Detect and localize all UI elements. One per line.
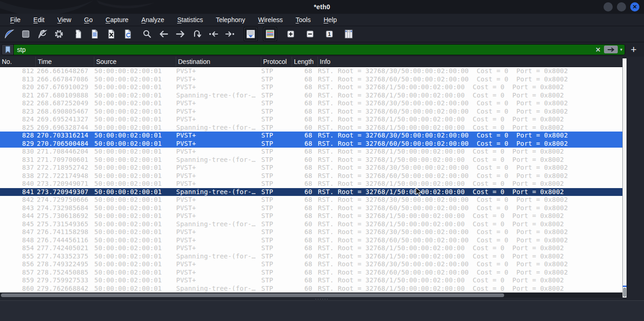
cell-protocol[interactable]: STP bbox=[261, 115, 292, 124]
cell-length[interactable]: 68 bbox=[292, 276, 315, 285]
cell-time[interactable]: 271.708446204 bbox=[36, 148, 94, 156]
cell-destination[interactable]: PVST+ bbox=[176, 67, 261, 75]
cell-time[interactable]: 279.762668842 bbox=[36, 285, 94, 293]
cell-source[interactable]: 50:00:00:02:00:01 bbox=[94, 83, 176, 92]
cell-time[interactable]: 269.695241327 bbox=[36, 115, 94, 124]
cell-source[interactable]: 50:00:00:02:00:01 bbox=[94, 124, 176, 132]
cell-no[interactable]: 829 bbox=[0, 140, 36, 148]
cell-no[interactable]: 845 bbox=[0, 220, 36, 229]
cell-destination[interactable]: PVST+ bbox=[176, 99, 261, 108]
cell-destination[interactable]: PVST+ bbox=[176, 180, 261, 188]
packet-row[interactable]: 822268.68725204950:00:00:02:00:01PVST+ST… bbox=[0, 99, 622, 108]
cell-destination[interactable]: PVST+ bbox=[176, 148, 261, 156]
column-header-no[interactable]: No. bbox=[0, 57, 36, 67]
cell-info[interactable]: RST. Root = 32768/1/50:00:00:02:00:00 Co… bbox=[315, 220, 622, 229]
cell-destination[interactable]: Spanning-tree-(for-… bbox=[176, 188, 261, 196]
cell-time[interactable]: 275.731549365 bbox=[36, 220, 94, 229]
cell-length[interactable]: 68 bbox=[292, 164, 315, 172]
zoom-in-icon[interactable] bbox=[284, 28, 297, 40]
cell-source[interactable]: 50:00:00:02:00:01 bbox=[94, 196, 176, 204]
cell-protocol[interactable]: STP bbox=[261, 164, 292, 172]
cell-protocol[interactable]: STP bbox=[261, 180, 292, 188]
cell-source[interactable]: 50:00:00:02:00:01 bbox=[94, 115, 176, 124]
cell-length[interactable]: 68 bbox=[292, 260, 315, 269]
cell-length[interactable]: 60 bbox=[292, 188, 315, 196]
cell-protocol[interactable]: STP bbox=[261, 67, 292, 75]
display-filter-input[interactable]: stp bbox=[14, 45, 594, 55]
cell-length[interactable]: 68 bbox=[292, 172, 315, 180]
cell-destination[interactable]: PVST+ bbox=[176, 132, 261, 140]
cell-destination[interactable]: PVST+ bbox=[176, 212, 261, 220]
packet-row[interactable]: 856278.74932249550:00:00:02:00:01PVST+ST… bbox=[0, 260, 622, 269]
cell-source[interactable]: 50:00:00:02:00:01 bbox=[94, 220, 176, 229]
cell-no[interactable]: 854 bbox=[0, 244, 36, 252]
cell-destination[interactable]: PVST+ bbox=[176, 228, 261, 236]
cell-source[interactable]: 50:00:00:02:00:01 bbox=[94, 236, 176, 245]
cell-length[interactable]: 68 bbox=[292, 204, 315, 212]
cell-source[interactable]: 50:00:00:02:00:01 bbox=[94, 244, 176, 252]
stop-capture-icon[interactable] bbox=[19, 28, 32, 40]
cell-no[interactable]: 812 bbox=[0, 67, 36, 75]
cell-length[interactable]: 68 bbox=[292, 132, 315, 140]
cell-time[interactable]: 268.690805467 bbox=[36, 108, 94, 116]
cell-source[interactable]: 50:00:00:02:00:01 bbox=[94, 108, 176, 116]
cell-destination[interactable]: Spanning-tree-(for-… bbox=[176, 124, 261, 132]
cell-info[interactable]: RST. Root = 32768/1/50:00:00:02:00:00 Co… bbox=[315, 115, 622, 124]
cell-info[interactable]: RST. Root = 32768/1/50:00:00:02:00:00 Co… bbox=[315, 124, 622, 132]
packet-row[interactable]: 813266.66784708650:00:00:02:00:01PVST+ST… bbox=[0, 75, 622, 84]
colorize-packets-icon[interactable] bbox=[263, 27, 277, 41]
cell-time[interactable]: 272.718952742 bbox=[36, 164, 94, 172]
cell-protocol[interactable]: STP bbox=[261, 188, 292, 196]
cell-length[interactable]: 68 bbox=[292, 115, 315, 124]
menu-help[interactable]: Help bbox=[317, 14, 343, 25]
menu-go[interactable]: Go bbox=[78, 14, 99, 25]
packet-row[interactable]: 812266.66164826750:00:00:02:00:01PVST+ST… bbox=[0, 67, 622, 75]
menu-wireless[interactable]: Wireless bbox=[252, 14, 289, 25]
minimize-button[interactable] bbox=[604, 2, 613, 11]
cell-time[interactable]: 271.709700601 bbox=[36, 156, 94, 164]
cell-destination[interactable]: PVST+ bbox=[176, 269, 261, 277]
cell-no[interactable]: 848 bbox=[0, 236, 36, 245]
find-packet-icon[interactable] bbox=[141, 28, 154, 40]
cell-source[interactable]: 50:00:00:02:00:01 bbox=[94, 276, 176, 285]
cell-no[interactable]: 825 bbox=[0, 124, 36, 132]
cell-info[interactable]: RST. Root = 32768/60/50:00:00:02:00:00 C… bbox=[315, 75, 622, 84]
cell-length[interactable]: 68 bbox=[292, 180, 315, 188]
cell-length[interactable]: 60 bbox=[292, 92, 315, 100]
cell-time[interactable]: 266.667847086 bbox=[36, 75, 94, 84]
packet-row[interactable]: 825269.69632874450:00:00:02:00:01Spannin… bbox=[0, 124, 622, 132]
cell-info[interactable]: RST. Root = 32768/30/50:00:00:02:00:00 C… bbox=[315, 67, 622, 75]
cell-info[interactable]: RST. Root = 32768/1/50:00:00:02:00:00 Co… bbox=[315, 252, 622, 261]
zoom-out-icon[interactable] bbox=[304, 28, 316, 40]
cell-info[interactable]: RST. Root = 32768/1/50:00:00:02:00:00 Co… bbox=[315, 244, 622, 252]
vertical-scrollbar-thumb[interactable] bbox=[623, 288, 626, 297]
cell-info[interactable]: RST. Root = 32768/1/50:00:00:02:00:00 Co… bbox=[315, 188, 622, 196]
cell-destination[interactable]: Spanning-tree-(for-… bbox=[176, 220, 261, 229]
go-back-icon[interactable] bbox=[157, 28, 170, 40]
cell-no[interactable]: 820 bbox=[0, 83, 36, 92]
cell-no[interactable]: 842 bbox=[0, 196, 36, 204]
horizontal-scrollbar-thumb[interactable] bbox=[1, 293, 504, 297]
packet-row[interactable]: 840273.72094907150:00:00:02:00:01PVST+ST… bbox=[0, 180, 622, 188]
cell-protocol[interactable]: STP bbox=[261, 148, 292, 156]
cell-protocol[interactable]: STP bbox=[261, 140, 292, 148]
add-filter-button[interactable]: + bbox=[631, 45, 637, 54]
capture-options-gear-icon[interactable] bbox=[52, 28, 65, 40]
cell-source[interactable]: 50:00:00:02:00:01 bbox=[94, 148, 176, 156]
menu-edit[interactable]: Edit bbox=[27, 14, 51, 25]
clear-filter-icon[interactable]: ✕ bbox=[594, 46, 602, 53]
cell-destination[interactable]: PVST+ bbox=[176, 244, 261, 252]
cell-info[interactable]: RST. Root = 32768/1/50:00:00:02:00:00 Co… bbox=[315, 83, 622, 92]
cell-source[interactable]: 50:00:00:02:00:01 bbox=[94, 67, 176, 75]
cell-protocol[interactable]: STP bbox=[261, 196, 292, 204]
cell-protocol[interactable]: STP bbox=[261, 132, 292, 140]
cell-length[interactable]: 68 bbox=[292, 67, 315, 75]
cell-info[interactable]: RST. Root = 32768/1/50:00:00:02:00:00 Co… bbox=[315, 180, 622, 188]
cell-info[interactable]: RST. Root = 32768/60/50:00:00:02:00:00 C… bbox=[315, 140, 622, 148]
column-header-length[interactable]: Length bbox=[292, 57, 318, 67]
cell-no[interactable]: 838 bbox=[0, 172, 36, 180]
column-header-source[interactable]: Source bbox=[94, 57, 176, 67]
cell-no[interactable]: 855 bbox=[0, 252, 36, 261]
cell-time[interactable]: 278.752450885 bbox=[36, 269, 94, 277]
packet-row[interactable]: 845275.73154936550:00:00:02:00:01Spannin… bbox=[0, 220, 622, 229]
